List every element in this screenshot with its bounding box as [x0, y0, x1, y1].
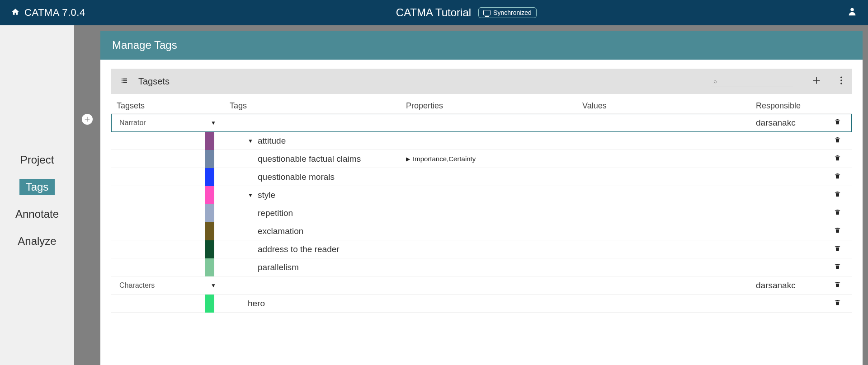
responsible-user: darsanakc — [756, 118, 828, 128]
monitor-icon — [483, 10, 491, 15]
svg-point-7 — [840, 77, 842, 79]
chevron-down-icon[interactable] — [211, 282, 216, 289]
color-swatch — [205, 240, 214, 258]
col-properties: Properties — [406, 101, 582, 111]
delete-button[interactable] — [828, 299, 846, 309]
chevron-down-icon[interactable] — [248, 192, 253, 198]
sidebar: Project Tags Annotate Analyze — [0, 25, 74, 365]
tag-label: style — [258, 190, 275, 200]
user-icon[interactable] — [847, 6, 857, 19]
tag-label: exclamation — [258, 226, 303, 236]
content-panel: Manage Tags Tagsets ⌕ — [100, 25, 868, 365]
delete-button[interactable] — [828, 208, 846, 218]
tag-label: hero — [248, 299, 265, 309]
tagsets-label: Tagsets — [138, 76, 170, 87]
more-menu-button[interactable] — [840, 75, 843, 88]
tag-tree: Narratordarsanakcattitudequestionable fa… — [111, 114, 852, 313]
search-input[interactable] — [721, 78, 788, 85]
color-swatch — [205, 150, 214, 168]
svg-rect-5 — [122, 82, 123, 83]
sidebar-item-project[interactable]: Project — [14, 152, 61, 168]
color-swatch — [205, 222, 214, 240]
delete-button[interactable] — [828, 226, 846, 236]
col-values: Values — [582, 101, 756, 111]
sidebar-item-annotate[interactable]: Annotate — [9, 206, 65, 222]
tag-label: questionable factual claims — [258, 154, 361, 164]
delete-button[interactable] — [828, 190, 846, 200]
svg-point-8 — [840, 80, 842, 81]
color-swatch — [205, 168, 214, 186]
search-field[interactable]: ⌕ — [712, 77, 793, 86]
delete-button[interactable] — [828, 281, 846, 290]
tagset-name: Characters — [119, 281, 155, 290]
svg-rect-3 — [122, 80, 123, 81]
project-title: CATMA Tutorial — [396, 6, 471, 19]
app-title: CATMA 7.0.4 — [24, 7, 85, 19]
delete-button[interactable] — [828, 154, 846, 164]
home-icon[interactable] — [11, 8, 20, 18]
svg-rect-2 — [123, 78, 127, 79]
tag-properties: Importance,Certainty — [413, 155, 476, 163]
tagset-name: Narrator — [119, 119, 146, 127]
tag-row[interactable]: repetition — [111, 204, 852, 222]
svg-point-9 — [840, 83, 842, 84]
color-swatch — [205, 295, 214, 313]
column-headers: Tagsets Tags Properties Values Responsib… — [111, 98, 852, 114]
color-swatch — [205, 204, 214, 222]
tag-row[interactable]: questionable morals — [111, 168, 852, 186]
tagsets-toolbar: Tagsets ⌕ — [111, 69, 852, 94]
responsible-user: darsanakc — [756, 281, 828, 290]
delete-button[interactable] — [828, 262, 846, 272]
delete-button[interactable] — [828, 172, 846, 182]
sync-badge[interactable]: Synchronized — [478, 7, 537, 18]
tag-row[interactable]: questionable factual claimsImportance,Ce… — [111, 150, 852, 168]
svg-rect-1 — [122, 78, 123, 79]
sync-badge-label: Synchronized — [493, 9, 532, 16]
search-icon: ⌕ — [713, 78, 717, 84]
delete-button[interactable] — [828, 244, 846, 254]
color-swatch — [205, 132, 214, 150]
color-swatch — [205, 258, 214, 276]
chevron-down-icon[interactable] — [211, 120, 216, 126]
tag-row[interactable]: parallelism — [111, 258, 852, 276]
delete-button[interactable] — [828, 118, 846, 128]
tag-row[interactable]: exclamation — [111, 222, 852, 240]
tag-label: attitude — [258, 136, 286, 146]
tag-row[interactable]: attitude — [111, 132, 852, 150]
add-tab-button[interactable] — [82, 114, 93, 125]
color-swatch — [205, 186, 214, 204]
delete-button[interactable] — [828, 136, 846, 146]
tag-row[interactable]: hero — [111, 295, 852, 313]
add-button[interactable] — [812, 75, 821, 88]
app-header: CATMA 7.0.4 CATMA Tutorial Synchronized — [0, 0, 868, 25]
chevron-down-icon[interactable] — [248, 138, 253, 144]
sidebar-item-tags[interactable]: Tags — [19, 179, 55, 195]
chevron-right-icon[interactable] — [406, 156, 410, 162]
col-tags: Tags — [230, 101, 406, 111]
tag-label: repetition — [258, 208, 293, 218]
tagset-row[interactable]: Narratordarsanakc — [111, 114, 852, 132]
side-gutter — [74, 25, 100, 365]
col-responsible: Responsible — [756, 101, 828, 111]
list-icon — [120, 76, 128, 87]
tag-label: questionable morals — [258, 172, 335, 182]
svg-point-0 — [850, 8, 854, 11]
svg-rect-4 — [123, 80, 127, 81]
svg-rect-6 — [123, 82, 127, 83]
tag-row[interactable]: style — [111, 186, 852, 204]
sidebar-item-analyze[interactable]: Analyze — [11, 233, 62, 249]
col-tagsets: Tagsets — [117, 101, 230, 111]
tagset-row[interactable]: Charactersdarsanakc — [111, 276, 852, 295]
tag-label: parallelism — [258, 262, 299, 272]
tag-label: address to the reader — [258, 244, 340, 254]
panel-title: Manage Tags — [100, 31, 863, 60]
tag-row[interactable]: address to the reader — [111, 240, 852, 258]
